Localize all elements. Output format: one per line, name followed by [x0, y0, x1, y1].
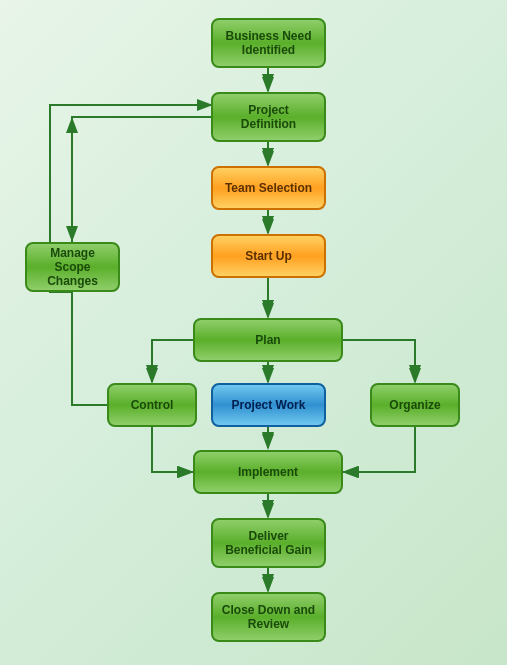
close-down-label: Close Down and Review — [221, 603, 316, 631]
flowchart: Business Need Identified Project Definit… — [0, 0, 507, 665]
project-work-node: Project Work — [211, 383, 326, 427]
business-need-node: Business Need Identified — [211, 18, 326, 68]
deliver-node: Deliver Beneficial Gain — [211, 518, 326, 568]
control-label: Control — [131, 398, 174, 412]
manage-scope-node: Manage Scope Changes — [25, 242, 120, 292]
team-selection-label: Team Selection — [225, 181, 312, 195]
project-definition-node: Project Definition — [211, 92, 326, 142]
project-work-label: Project Work — [232, 398, 306, 412]
implement-label: Implement — [238, 465, 298, 479]
start-up-label: Start Up — [245, 249, 292, 263]
organize-node: Organize — [370, 383, 460, 427]
team-selection-node: Team Selection — [211, 166, 326, 210]
manage-scope-label: Manage Scope Changes — [35, 246, 110, 288]
organize-label: Organize — [389, 398, 440, 412]
deliver-label: Deliver Beneficial Gain — [221, 529, 316, 557]
start-up-node: Start Up — [211, 234, 326, 278]
business-need-label: Business Need Identified — [221, 29, 316, 57]
implement-node: Implement — [193, 450, 343, 494]
plan-node: Plan — [193, 318, 343, 362]
project-definition-label: Project Definition — [221, 103, 316, 131]
control-node: Control — [107, 383, 197, 427]
plan-label: Plan — [255, 333, 280, 347]
close-down-node: Close Down and Review — [211, 592, 326, 642]
